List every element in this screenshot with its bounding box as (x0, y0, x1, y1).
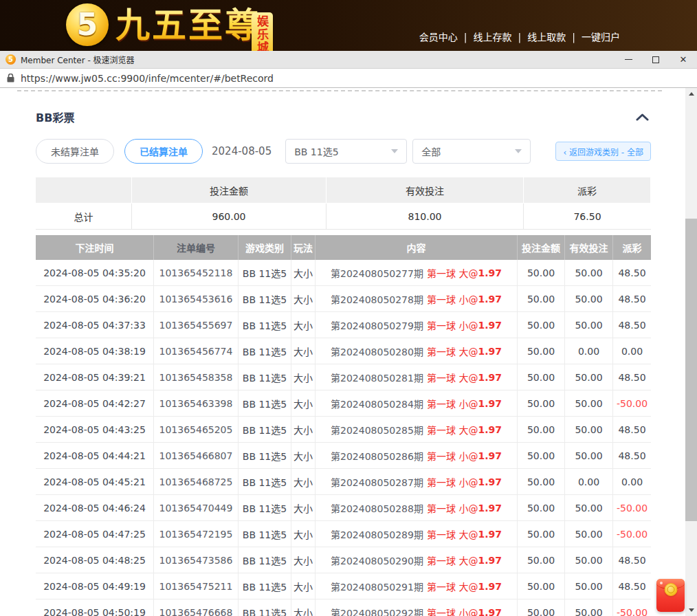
maximize-button[interactable] (642, 51, 670, 68)
bet-pick: 第一球 大@ (427, 266, 478, 280)
banner-nav: 会员中心|线上存款|线上取款|一键归户 (419, 30, 620, 43)
col-content: 内容 (316, 235, 518, 260)
cell-valid-bet: 50.00 (565, 443, 613, 468)
cell-game-category: BB 11选5 (239, 521, 291, 547)
date-filter[interactable]: 2024-08-05 (212, 145, 272, 157)
screen: 5 九五至尊 娱乐城 会员中心|线上存款|线上取款|一键归户 5 Member … (0, 0, 697, 616)
cell-game-category: BB 11选5 (239, 443, 291, 468)
cell-game-category: BB 11选5 (239, 469, 291, 494)
bet-pick: 第一球 大@ (427, 344, 478, 358)
site-banner: 5 九五至尊 娱乐城 会员中心|线上存款|线上取款|一键归户 (0, 0, 697, 51)
bet-period: 第202408050290期 (331, 553, 423, 567)
panel-title: BB彩票 (36, 109, 74, 125)
close-icon: ✕ (680, 55, 687, 64)
cell-payout: 48.50 (613, 260, 651, 285)
scroll-down-button[interactable] (685, 604, 697, 616)
cell-play-type: 大小 (291, 521, 316, 547)
bet-period: 第202408050289期 (331, 527, 423, 541)
bet-odds: 1.97 (478, 450, 502, 461)
cell-content: 第202408050281期 第一球 大@1.97 (316, 364, 518, 390)
nav-member-center[interactable]: 会员中心 (419, 32, 458, 43)
site-logo-icon[interactable]: 5 (66, 3, 109, 46)
unsettled-bets-button[interactable]: 未结算注单 (36, 139, 114, 164)
window-title: Member Center - 极速浏览器 (21, 54, 135, 65)
url-bar[interactable]: https://www.jw05.cc:9900/infe/mcenter/#/… (0, 69, 697, 88)
table-row: 2024-08-05 04:45:21 101365468725 BB 11选5… (36, 469, 651, 495)
cell-payout: -50.00 (613, 390, 651, 416)
close-button[interactable]: ✕ (670, 51, 697, 68)
cell-valid-bet: 0.00 (565, 469, 613, 494)
cell-bet-amount: 50.00 (518, 573, 565, 599)
bet-pick: 第一球 大@ (427, 580, 478, 593)
cell-payout: -50.00 (613, 521, 651, 547)
nav-withdraw[interactable]: 线上取款 (527, 32, 566, 43)
bet-period: 第202408050286期 (331, 449, 423, 463)
back-to-game-category-button[interactable]: ‹ 返回游戏类别 - 全部 (555, 142, 651, 161)
settled-bets-button[interactable]: 已结算注单 (124, 139, 203, 164)
gold-coin-icon (664, 583, 677, 596)
cell-payout: 0.00 (613, 338, 651, 364)
cell-valid-bet: 50.00 (565, 600, 613, 616)
cell-content: 第202408050277期 第一球 大@1.97 (316, 260, 518, 285)
type-select-value: 全部 (421, 144, 441, 158)
bet-period: 第202408050285期 (331, 423, 423, 437)
red-envelope-button[interactable] (656, 579, 685, 612)
summary-valid-total: 810.00 (327, 204, 524, 230)
cell-payout: -50.00 (613, 495, 651, 520)
scrollbar-thumb[interactable] (685, 219, 697, 521)
summary-payout-total: 76.50 (524, 204, 651, 230)
cell-content: 第202408050279期 第一球 小@1.97 (316, 312, 518, 338)
cell-play-type: 大小 (291, 600, 316, 616)
game-select[interactable]: BB 11选5 (285, 139, 407, 164)
table-row: 2024-08-05 04:44:21 101365466807 BB 11选5… (36, 443, 651, 469)
type-select[interactable]: 全部 (412, 139, 531, 164)
cell-time: 2024-08-05 04:43:25 (36, 417, 154, 442)
col-play: 玩法 (291, 235, 316, 260)
bet-period: 第202408050281期 (331, 371, 423, 384)
nav-one-key-transfer[interactable]: 一键归户 (582, 32, 620, 43)
cell-payout: 0.00 (613, 469, 651, 494)
cell-valid-bet: 50.00 (565, 286, 613, 311)
col-time: 下注时间 (36, 235, 154, 260)
summary-total-row: 总计 960.00 810.00 76.50 (36, 204, 651, 230)
scroll-up-button[interactable] (685, 88, 697, 100)
bet-period: 第202408050287期 (331, 475, 423, 489)
cell-valid-bet: 50.00 (565, 260, 613, 285)
browser-titlebar: 5 Member Center - 极速浏览器 ✕ (0, 51, 697, 69)
bet-odds: 1.97 (478, 424, 502, 435)
cell-game-category: BB 11选5 (239, 417, 291, 442)
bet-odds: 1.97 (478, 320, 502, 331)
table-row: 2024-08-05 04:35:20 101365452118 BB 11选5… (36, 260, 651, 286)
nav-separator: | (518, 32, 522, 43)
cell-order-number: 101365463398 (154, 390, 239, 416)
cell-content: 第202408050288期 第一球 小@1.97 (316, 495, 518, 520)
vertical-scrollbar[interactable] (685, 88, 697, 616)
minimize-button[interactable] (615, 51, 642, 68)
game-select-value: BB 11选5 (294, 144, 338, 158)
col-valid: 有效投注 (565, 235, 613, 260)
bet-pick: 第一球 大@ (427, 423, 478, 437)
cell-play-type: 大小 (291, 312, 316, 338)
cell-bet-amount: 50.00 (518, 312, 565, 338)
cell-bet-amount: 50.00 (518, 600, 565, 616)
cell-content: 第202408050290期 第一球 大@1.97 (316, 547, 518, 573)
cell-bet-amount: 50.00 (518, 547, 565, 573)
summary-header-valid: 有效投注 (327, 177, 524, 204)
cell-time: 2024-08-05 04:50:19 (36, 600, 154, 616)
summary-table: 投注金额 有效投注 派彩 总计 960.00 810.00 76.50 (36, 177, 651, 230)
nav-deposit[interactable]: 线上存款 (474, 32, 512, 43)
collapse-panel-button[interactable] (636, 113, 649, 121)
bet-pick: 第一球 小@ (427, 449, 478, 463)
table-row: 2024-08-05 04:46:24 101365470449 BB 11选5… (36, 495, 651, 521)
cell-order-number: 101365466807 (154, 443, 239, 468)
cell-play-type: 大小 (291, 417, 316, 442)
page-content: BB彩票 未结算注单 已结算注单 2024-08-05 BB 11选5 全部 (0, 88, 697, 616)
cell-order-number: 101365465205 (154, 417, 239, 442)
cell-game-category: BB 11选5 (239, 495, 291, 520)
nav-separator: | (572, 32, 575, 43)
cell-order-number: 101365470449 (154, 495, 239, 520)
table-row: 2024-08-05 04:49:19 101365475211 BB 11选5… (36, 573, 651, 600)
summary-header-payout: 派彩 (524, 177, 651, 204)
table-row: 2024-08-05 04:42:27 101365463398 BB 11选5… (36, 390, 651, 417)
cell-game-category: BB 11选5 (239, 312, 291, 338)
